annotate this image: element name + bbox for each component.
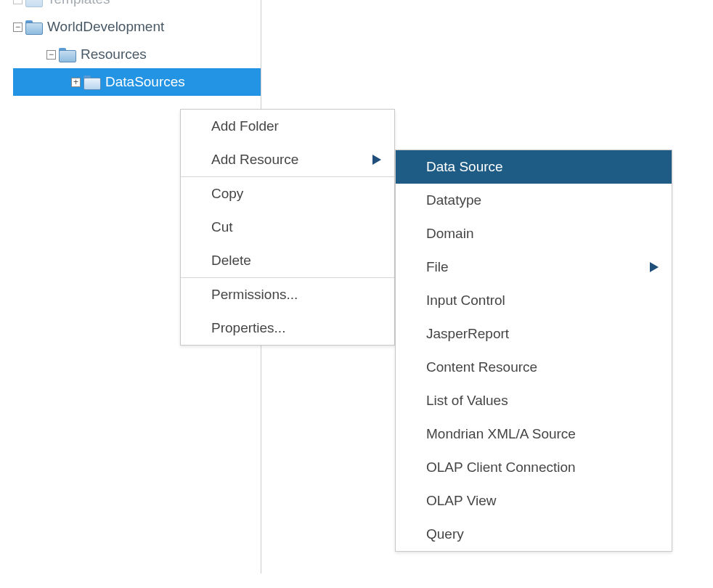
- submenu-item-label: Query: [426, 526, 464, 542]
- folder-icon: [83, 75, 99, 89]
- submenu-item-input-control[interactable]: Input Control: [396, 284, 672, 317]
- submenu-item-file[interactable]: File: [396, 250, 672, 284]
- menu-item-label: Cut: [211, 219, 233, 235]
- menu-item-delete[interactable]: Delete: [181, 244, 394, 277]
- submenu-item-label: JasperReport: [426, 326, 509, 342]
- submenu-item-domain[interactable]: Domain: [396, 217, 672, 250]
- submenu-item-list-of-values[interactable]: List of Values: [396, 384, 672, 417]
- tree-node-datasources[interactable]: + DataSources: [13, 68, 261, 96]
- submenu-item-label: OLAP Client Connection: [426, 460, 576, 475]
- expand-icon[interactable]: +: [71, 78, 81, 87]
- submenu-item-content-resource[interactable]: Content Resource: [396, 351, 672, 384]
- menu-item-properties[interactable]: Properties...: [181, 311, 394, 345]
- submenu-item-label: Mondrian XML/A Source: [426, 426, 576, 442]
- add-resource-submenu: Data Source Datatype Domain File Input C…: [395, 150, 672, 552]
- menu-item-permissions[interactable]: Permissions...: [181, 278, 394, 311]
- collapse-icon[interactable]: −: [13, 23, 23, 32]
- folder-icon: [59, 48, 75, 61]
- tree-node-templates[interactable]: − Templates: [13, 0, 261, 13]
- menu-item-label: Add Resource: [211, 152, 298, 168]
- menu-item-copy[interactable]: Copy: [181, 177, 394, 211]
- submenu-item-label: Domain: [426, 226, 473, 242]
- tree-node-label: Resources: [81, 46, 147, 62]
- submenu-item-jasperreport[interactable]: JasperReport: [396, 317, 672, 351]
- submenu-item-label: Content Resource: [426, 359, 537, 375]
- submenu-item-olap-view[interactable]: OLAP View: [396, 484, 672, 518]
- folder-icon: [25, 0, 41, 6]
- menu-item-label: Properties...: [211, 320, 285, 336]
- submenu-item-datatype[interactable]: Datatype: [396, 184, 672, 217]
- submenu-item-query[interactable]: Query: [396, 518, 672, 551]
- collapse-icon[interactable]: −: [46, 50, 56, 60]
- submenu-item-label: Datatype: [426, 192, 481, 208]
- tree-node-label: Templates: [47, 0, 110, 7]
- folder-icon: [25, 20, 41, 33]
- menu-item-label: Delete: [211, 253, 251, 269]
- context-menu: Add Folder Add Resource Copy Cut Delete …: [180, 109, 395, 346]
- tree-node-label: DataSources: [105, 74, 185, 90]
- tree-node-worlddevelopment[interactable]: − WorldDevelopment: [13, 13, 261, 41]
- submenu-item-mondrian-xmla-source[interactable]: Mondrian XML/A Source: [396, 417, 672, 451]
- menu-item-label: Permissions...: [211, 287, 298, 303]
- submenu-item-label: Data Source: [426, 159, 503, 175]
- submenu-item-label: Input Control: [426, 293, 505, 309]
- collapse-icon[interactable]: −: [13, 0, 23, 4]
- tree-node-resources[interactable]: − Resources: [13, 41, 261, 68]
- menu-item-add-folder[interactable]: Add Folder: [181, 110, 394, 143]
- submenu-item-label: List of Values: [426, 393, 508, 409]
- menu-item-cut[interactable]: Cut: [181, 211, 394, 244]
- submenu-item-label: OLAP View: [426, 493, 496, 509]
- tree-node-label: WorldDevelopment: [47, 19, 164, 35]
- submenu-item-data-source[interactable]: Data Source: [396, 150, 672, 184]
- menu-item-label: Copy: [211, 186, 243, 202]
- chevron-right-icon: [372, 155, 381, 165]
- chevron-right-icon: [650, 262, 659, 272]
- submenu-item-label: File: [426, 259, 449, 275]
- menu-item-label: Add Folder: [211, 118, 279, 134]
- submenu-item-olap-client-connection[interactable]: OLAP Client Connection: [396, 451, 672, 484]
- menu-item-add-resource[interactable]: Add Resource: [181, 143, 394, 176]
